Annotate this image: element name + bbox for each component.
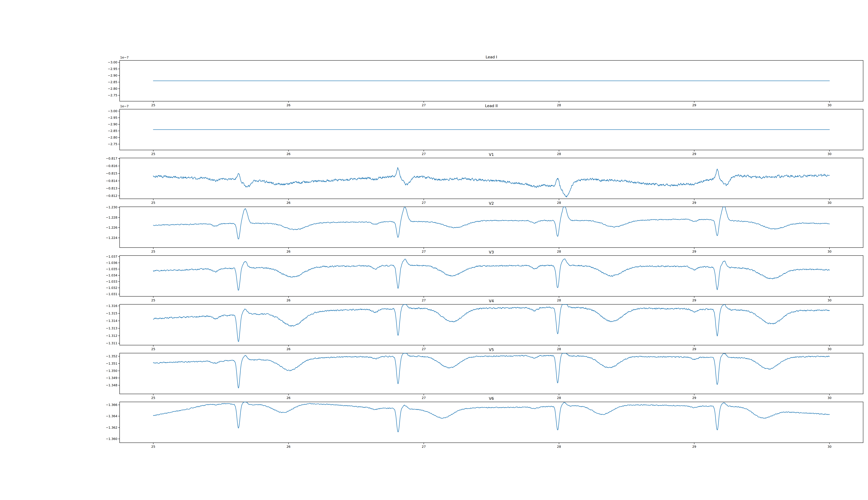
y-tick-label: −3.00 <box>90 60 117 65</box>
y-tick-label: −2.80 <box>90 135 117 139</box>
y-tick-label: −0.813 <box>90 186 117 191</box>
y-tick-mark <box>118 62 119 62</box>
y-tick-mark <box>118 343 119 343</box>
subplot-title-v2: V2 <box>119 201 863 206</box>
y-tick-mark <box>118 196 119 196</box>
y-tick-label: −2.95 <box>90 116 117 120</box>
y-tick-label: −2.80 <box>90 87 117 91</box>
y-tick-mark <box>118 275 119 275</box>
axes-box-v3 <box>119 255 863 296</box>
y-tick-label: −0.812 <box>90 194 117 198</box>
y-tick-label: −1.226 <box>90 226 117 230</box>
y-tick-mark <box>118 217 119 218</box>
y-tick-label: −2.95 <box>90 67 117 71</box>
y-tick-label: −2.75 <box>90 93 117 98</box>
waveform-canvas-lead-i <box>119 60 863 101</box>
y-tick-mark <box>118 378 119 378</box>
y-tick-mark <box>118 238 119 238</box>
y-tick-label: −0.817 <box>90 157 117 161</box>
subplot-v5: V5−1.348−1.349−1.350−1.351−1.35225262728… <box>0 346 868 395</box>
y-tick-mark <box>118 75 119 76</box>
x-tick-label: 30 <box>823 445 836 449</box>
y-tick-label: −1.315 <box>90 311 117 316</box>
y-tick-mark <box>118 95 119 95</box>
y-tick-label: −1.033 <box>90 280 117 284</box>
x-tick-mark <box>424 443 424 444</box>
y-tick-label: −1.352 <box>90 354 117 358</box>
y-tick-mark <box>118 89 119 89</box>
y-tick-label: −1.348 <box>90 383 117 387</box>
y-tick-label: −1.311 <box>90 341 117 345</box>
y-tick-mark <box>118 131 119 131</box>
y-tick-mark <box>118 416 119 416</box>
y-tick-label: −3.00 <box>90 109 117 113</box>
y-tick-mark <box>118 137 119 138</box>
subplot-v2: V2−1.224−1.226−1.228−1.230252627282930 <box>0 200 868 248</box>
y-tick-label: −1.364 <box>90 414 117 418</box>
y-tick-mark <box>118 144 119 144</box>
y-tick-mark <box>118 385 119 385</box>
axes-box-lead-i <box>119 60 863 101</box>
y-tick-mark <box>118 288 119 288</box>
axis-offset-label: 1e−7 <box>120 104 129 108</box>
subplot-title-lead-i: Lead I <box>119 55 863 59</box>
subplot-title-v1: V1 <box>119 152 863 157</box>
y-tick-label: −1.366 <box>90 403 117 407</box>
waveform-canvas-v2 <box>119 207 863 248</box>
y-tick-mark <box>118 227 119 228</box>
y-tick-label: −1.313 <box>90 326 117 330</box>
waveform-canvas-v5 <box>119 353 863 394</box>
waveform-canvas-v6 <box>119 402 863 443</box>
y-tick-label: −1.351 <box>90 362 117 366</box>
y-tick-label: −1.362 <box>90 425 117 430</box>
y-tick-mark <box>118 158 119 159</box>
y-tick-label: −0.816 <box>90 164 117 168</box>
y-tick-mark <box>118 328 119 329</box>
y-tick-mark <box>118 181 119 181</box>
y-tick-mark <box>118 321 119 321</box>
y-tick-mark <box>118 313 119 314</box>
y-tick-label: −1.349 <box>90 376 117 380</box>
waveform-canvas-v3 <box>119 255 863 296</box>
y-tick-label: −2.75 <box>90 142 117 146</box>
y-tick-mark <box>118 282 119 282</box>
y-tick-mark <box>118 269 119 269</box>
y-tick-mark <box>118 356 119 356</box>
y-tick-mark <box>118 207 119 207</box>
y-tick-mark <box>118 363 119 364</box>
y-tick-mark <box>118 124 119 124</box>
y-tick-label: −1.316 <box>90 304 117 308</box>
ecg-multilead-figure: Lead I1e−7−2.75−2.80−2.85−2.90−2.95−3.00… <box>0 0 868 500</box>
x-tick-mark <box>559 443 559 444</box>
y-tick-mark <box>118 405 119 405</box>
y-tick-mark <box>118 69 119 69</box>
y-tick-label: −0.815 <box>90 171 117 175</box>
y-tick-mark <box>118 439 119 439</box>
axes-box-v6 <box>119 402 863 443</box>
subplot-title-v4: V4 <box>119 299 863 304</box>
x-tick-label: 28 <box>552 445 566 449</box>
subplot-title-v3: V3 <box>119 250 863 255</box>
axes-box-v1 <box>119 158 863 199</box>
y-tick-mark <box>118 371 119 371</box>
subplot-title-v5: V5 <box>119 348 863 352</box>
x-tick-mark <box>153 443 153 444</box>
waveform-canvas-lead-ii <box>119 109 863 150</box>
y-tick-mark <box>118 111 119 111</box>
subplot-v3: V3−1.031−1.032−1.033−1.034−1.035−1.036−1… <box>0 248 868 297</box>
waveform-canvas-v1 <box>119 158 863 199</box>
y-tick-label: −1.228 <box>90 215 117 220</box>
y-tick-label: −1.360 <box>90 437 117 441</box>
y-tick-mark <box>118 117 119 118</box>
y-tick-label: −1.034 <box>90 273 117 277</box>
y-tick-label: −1.230 <box>90 205 117 209</box>
y-tick-mark <box>118 82 119 82</box>
y-tick-label: −1.312 <box>90 334 117 338</box>
x-tick-mark <box>288 443 289 444</box>
y-tick-label: −1.350 <box>90 369 117 373</box>
y-tick-mark <box>118 173 119 174</box>
subplot-v4: V4−1.311−1.312−1.313−1.314−1.315−1.31625… <box>0 297 868 346</box>
subplot-lead-ii: Lead II1e−7−2.75−2.80−2.85−2.90−2.95−3.0… <box>0 102 868 151</box>
axes-box-v5 <box>119 353 863 394</box>
x-tick-mark <box>694 443 694 444</box>
